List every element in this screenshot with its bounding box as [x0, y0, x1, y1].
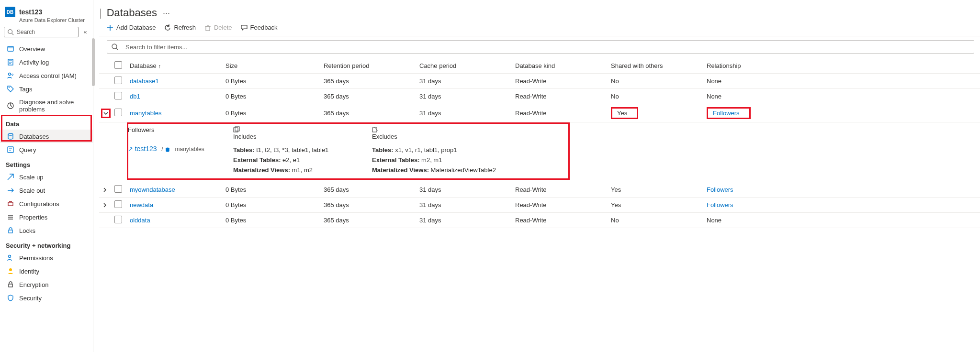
- page-title: Databases: [105, 7, 157, 19]
- database-link[interactable]: manytables: [130, 110, 161, 117]
- table-row: database10 Bytes365 days31 daysRead-Writ…: [99, 74, 980, 89]
- includes-icon: [233, 126, 240, 133]
- locks-icon: [7, 227, 14, 234]
- svg-rect-13: [8, 147, 13, 153]
- table-row: newdata0 Bytes365 days31 daysRead-WriteY…: [99, 198, 980, 213]
- sidebar-item-query[interactable]: Query: [0, 143, 93, 156]
- select-all-checkbox[interactable]: [114, 61, 122, 69]
- svg-point-23: [9, 268, 12, 271]
- sidebar-item-diagnose-and-solve-problems[interactable]: Diagnose and solve problems: [0, 96, 93, 116]
- add-database-button[interactable]: Add Database: [107, 24, 156, 31]
- sidebar-item-configurations[interactable]: Configurations: [0, 197, 93, 210]
- cluster-name: test123: [19, 8, 42, 16]
- sidebar-item-tags[interactable]: Tags: [0, 82, 93, 96]
- relationship-link[interactable]: Followers: [713, 110, 740, 117]
- database-link[interactable]: newdata: [130, 201, 153, 209]
- svg-point-12: [8, 133, 13, 135]
- database-icon: [7, 132, 14, 140]
- row-expand-toggle[interactable]: [101, 201, 109, 209]
- database-link[interactable]: database1: [130, 77, 159, 85]
- cluster-subtitle: Azure Data Explorer Cluster: [0, 17, 93, 23]
- row-checkbox[interactable]: [114, 185, 122, 193]
- row-checkbox[interactable]: [114, 200, 122, 208]
- config-icon: [7, 200, 14, 208]
- svg-point-8: [9, 73, 11, 76]
- relationship-link[interactable]: Followers: [707, 186, 733, 193]
- svg-rect-17: [9, 201, 12, 202]
- search-icon: [7, 29, 14, 35]
- table-row: olddata0 Bytes365 days31 daysRead-WriteN…: [99, 213, 980, 228]
- database-icon: [165, 147, 170, 153]
- row-checkbox[interactable]: [114, 109, 122, 116]
- row-expand-toggle[interactable]: [101, 186, 109, 194]
- database-grid: Database↑ Size Retention period Cache pe…: [99, 58, 980, 228]
- feedback-icon: [241, 24, 248, 31]
- tags-icon: [7, 85, 14, 93]
- svg-rect-32: [234, 128, 238, 132]
- security-icon: [7, 294, 14, 302]
- highlight-shared: Yes: [611, 107, 638, 119]
- sidebar-item-identity[interactable]: Identity: [0, 264, 93, 278]
- collapse-sidebar-button[interactable]: «: [81, 29, 89, 35]
- sidebar: DB test123 Azure Data Explorer Cluster S…: [0, 0, 93, 352]
- sort-asc-icon[interactable]: ↑: [158, 63, 161, 69]
- svg-rect-21: [9, 230, 12, 233]
- row-checkbox[interactable]: [114, 92, 122, 99]
- sidebar-section-data: Data: [0, 116, 93, 130]
- sendto-icon: ↗: [128, 145, 133, 153]
- perm-icon: [7, 254, 14, 262]
- sidebar-item-access-control-iam-[interactable]: Access control (IAM): [0, 69, 93, 82]
- diagnose-icon: [7, 102, 14, 110]
- follower-cluster-link[interactable]: test123: [135, 145, 157, 153]
- plus-icon: [107, 24, 113, 31]
- database-link[interactable]: olddata: [130, 217, 150, 224]
- row-checkbox[interactable]: [114, 77, 122, 84]
- sidebar-item-scale-out[interactable]: Scale out: [0, 184, 93, 197]
- delete-button: Delete: [204, 24, 232, 31]
- cluster-header: DB test123: [0, 4, 93, 18]
- encryption-icon: [7, 281, 14, 288]
- svg-rect-34: [372, 128, 377, 132]
- cluster-icon: DB: [5, 7, 15, 17]
- search-icon: [111, 43, 119, 51]
- sidebar-section-security-networking: Security + networking: [0, 237, 93, 251]
- excludes-icon: [372, 126, 379, 133]
- sidebar-item-scale-up[interactable]: Scale up: [0, 170, 93, 184]
- scaleout-icon: [7, 187, 14, 194]
- table-row: myowndatabase0 Bytes365 days31 daysRead-…: [99, 182, 980, 198]
- main-content: | Databases ··· Add Database Refresh Del…: [93, 0, 980, 352]
- sidebar-item-databases[interactable]: Databases: [0, 130, 93, 143]
- sidebar-item-properties[interactable]: Properties: [0, 210, 93, 224]
- sidebar-search-placeholder: Search: [17, 29, 35, 35]
- table-row: manytables0 Bytes365 days31 daysRead-Wri…: [99, 104, 980, 122]
- database-link[interactable]: myowndatabase: [130, 186, 175, 193]
- sidebar-search-input[interactable]: Search: [4, 27, 79, 37]
- sidebar-section-settings: Settings: [0, 156, 93, 170]
- sidebar-item-security[interactable]: Security: [0, 291, 93, 305]
- relationship-link[interactable]: Followers: [707, 201, 733, 209]
- sidebar-item-permissions[interactable]: Permissions: [0, 251, 93, 264]
- follower-detail-panel: FollowersIncludesExcludes ↗ test123 / ma…: [99, 122, 980, 182]
- row-checkbox[interactable]: [114, 216, 122, 223]
- svg-line-1: [12, 33, 14, 35]
- refresh-icon: [164, 24, 171, 31]
- page-more-button[interactable]: ···: [157, 8, 170, 18]
- sidebar-item-locks[interactable]: Locks: [0, 224, 93, 237]
- svg-line-31: [116, 48, 118, 50]
- svg-point-10: [9, 87, 10, 88]
- database-link[interactable]: db1: [130, 93, 140, 100]
- sidebar-item-encryption[interactable]: Encryption: [0, 278, 93, 291]
- sidebar-item-overview[interactable]: Overview: [0, 42, 93, 55]
- svg-rect-16: [8, 202, 13, 206]
- sidebar-item-activity-log[interactable]: Activity log: [0, 55, 93, 69]
- svg-point-30: [112, 44, 117, 49]
- scaleup-icon: [7, 173, 14, 181]
- refresh-button[interactable]: Refresh: [164, 24, 196, 31]
- row-expand-toggle[interactable]: [101, 109, 111, 118]
- feedback-button[interactable]: Feedback: [241, 24, 278, 31]
- identity-icon: [7, 267, 14, 275]
- filter-input[interactable]: Search to filter items...: [107, 40, 974, 54]
- svg-rect-2: [8, 46, 13, 51]
- svg-point-0: [8, 30, 12, 34]
- svg-rect-24: [9, 284, 12, 287]
